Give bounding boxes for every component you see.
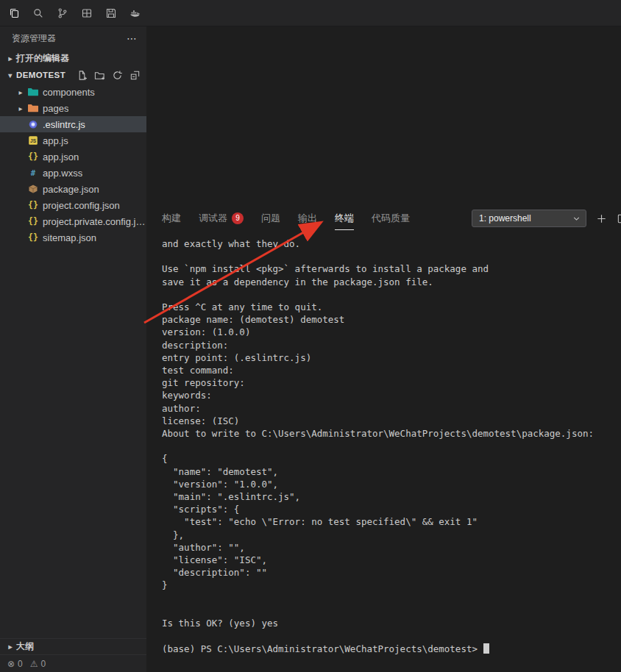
tab-label: 调试器	[199, 212, 227, 225]
folder-icon	[26, 102, 39, 114]
tree-item-label: app.js	[43, 135, 68, 146]
json-icon: {}	[26, 215, 39, 227]
docker-icon[interactable]	[129, 7, 142, 20]
save-icon[interactable]	[104, 7, 118, 20]
chevron-down-icon: ▾	[4, 71, 16, 79]
open-editors-label: 打开的编辑器	[16, 52, 69, 65]
error-icon: ⊗	[7, 660, 15, 668]
warning-count: 0	[41, 659, 46, 669]
terminal-cursor	[483, 643, 489, 654]
tree-item-label: pages	[43, 103, 68, 114]
refresh-icon[interactable]	[112, 70, 123, 81]
svg-text:JS: JS	[30, 138, 37, 143]
chevron-right-icon: ▸	[15, 88, 26, 96]
svg-text:{}: {}	[28, 232, 38, 243]
folder-icon	[26, 86, 39, 98]
git-branch-icon[interactable]	[56, 7, 69, 20]
chevron-right-icon: ▸	[4, 643, 16, 651]
tree-item-components[interactable]: ▸components	[0, 84, 146, 100]
project-actions	[77, 70, 141, 81]
tab-build[interactable]: 构建	[162, 207, 181, 230]
json-icon: {}	[26, 199, 39, 211]
new-terminal-icon[interactable]	[595, 212, 607, 224]
panel-tabs: 构建调试器9问题输出终端代码质量	[162, 207, 410, 230]
files-icon[interactable]	[7, 7, 21, 20]
tab-output[interactable]: 输出	[298, 207, 317, 230]
search-icon[interactable]	[32, 7, 45, 20]
tab-code-quality[interactable]: 代码质量	[372, 207, 410, 230]
svg-text:{}: {}	[28, 151, 38, 162]
tree-item-label: .eslintrc.js	[43, 119, 85, 130]
tab-debugger[interactable]: 调试器9	[199, 207, 244, 230]
warning-icon: ⚠	[30, 660, 38, 668]
tab-label: 构建	[162, 212, 181, 225]
layout-icon[interactable]	[80, 7, 93, 20]
terminal-shell-value: 1: powershell	[479, 213, 531, 224]
bottom-panel: 构建调试器9问题输出终端代码质量 1: powershell and exact…	[146, 207, 621, 672]
tab-terminal[interactable]: 终端	[335, 207, 354, 230]
tree-item-pages[interactable]: ▸pages	[0, 100, 146, 116]
tab-label: 输出	[298, 212, 317, 225]
wxss-icon: #	[26, 167, 39, 179]
collapse-all-icon[interactable]	[129, 70, 141, 81]
chevron-down-icon	[570, 212, 582, 224]
new-folder-icon[interactable]	[94, 70, 105, 81]
tree-item-sitemap-json[interactable]: {}sitemap.json	[0, 229, 146, 246]
tree-item-label: app.json	[43, 151, 79, 162]
split-terminal-icon[interactable]	[616, 212, 621, 224]
tree-item-project-config-json[interactable]: {}project.config.json	[0, 197, 146, 213]
open-editors-section[interactable]: ▸ 打开的编辑器	[0, 50, 146, 66]
tab-label: 问题	[261, 212, 280, 225]
top-toolbar	[0, 0, 621, 26]
tab-problems[interactable]: 问题	[261, 207, 280, 230]
svg-text:{}: {}	[28, 216, 38, 226]
chevron-right-icon: ▸	[15, 104, 26, 112]
tree-item-app-js[interactable]: JSapp.js	[0, 132, 146, 149]
terminal-shell-select[interactable]: 1: powershell	[472, 210, 586, 227]
tree-item-label: project.config.json	[43, 200, 120, 211]
json-icon: {}	[26, 151, 39, 162]
project-label: DEMOTEST	[16, 71, 65, 79]
tree-item-label: app.wxss	[43, 168, 82, 179]
tree-item-app-wxss[interactable]: #app.wxss	[0, 165, 146, 181]
panel-tabbar: 构建调试器9问题输出终端代码质量 1: powershell	[146, 207, 621, 230]
error-count: 0	[18, 659, 23, 669]
project-section[interactable]: ▾ DEMOTEST	[0, 66, 146, 84]
tree-item-package-json[interactable]: package.json	[0, 181, 146, 197]
new-file-icon[interactable]	[77, 70, 88, 81]
tree-item-label: components	[43, 87, 95, 98]
tree-item-label: project.private.config.js...	[43, 216, 146, 227]
svg-text:#: #	[30, 168, 35, 177]
file-tree: ▸components▸pages.eslintrc.jsJSapp.js{}a…	[0, 84, 146, 638]
sidebar-header: 资源管理器 ⋯	[0, 26, 146, 50]
tab-badge: 9	[232, 212, 244, 224]
package-icon	[26, 183, 39, 195]
panel-controls: 1: powershell	[472, 210, 621, 227]
sidebar-title: 资源管理器	[12, 32, 56, 45]
eslint-icon	[26, 118, 39, 130]
tree-item-label: package.json	[43, 184, 99, 195]
more-actions-icon[interactable]: ⋯	[127, 32, 138, 44]
tree-item-label: sitemap.json	[43, 232, 96, 243]
explorer-sidebar: 资源管理器 ⋯ ▸ 打开的编辑器 ▾ DEMOTEST ▸components▸…	[0, 26, 146, 672]
problems-status[interactable]: ⊗ 0 ⚠ 0	[0, 654, 146, 672]
outline-section[interactable]: ▸ 大纲	[0, 638, 146, 654]
tab-label: 终端	[335, 212, 354, 225]
json-icon: {}	[26, 232, 39, 243]
editor-area	[146, 26, 621, 207]
tree-item-eslintrc-js[interactable]: .eslintrc.js	[0, 116, 146, 132]
svg-text:{}: {}	[28, 200, 38, 210]
tree-item-app-json[interactable]: {}app.json	[0, 149, 146, 165]
terminal-output[interactable]: and exactly what they do. Use `npm insta…	[146, 230, 621, 655]
tree-item-project-private-config-json[interactable]: {}project.private.config.js...	[0, 213, 146, 229]
tab-label: 代码质量	[372, 212, 410, 225]
js-icon: JS	[26, 135, 39, 146]
outline-label: 大纲	[16, 640, 34, 653]
chevron-right-icon: ▸	[4, 54, 16, 62]
